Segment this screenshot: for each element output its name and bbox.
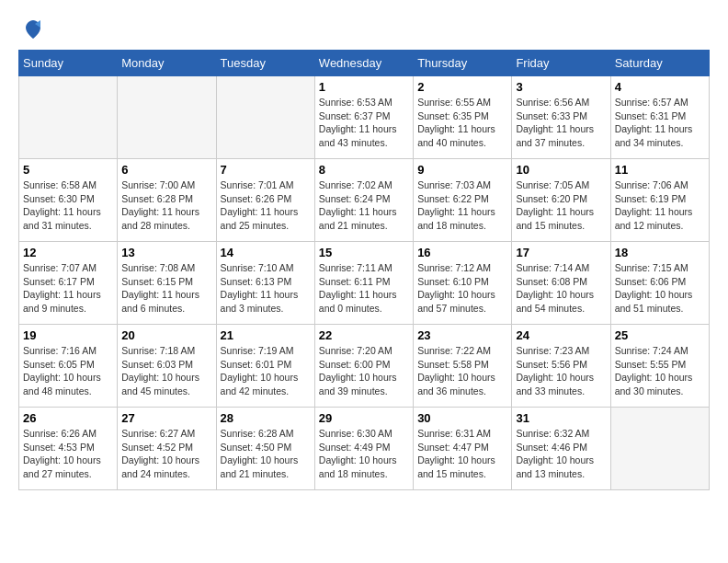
day-cell: 5Sunrise: 6:58 AM Sunset: 6:30 PM Daylig… — [19, 159, 118, 242]
day-cell: 6Sunrise: 7:00 AM Sunset: 6:28 PM Daylig… — [118, 159, 216, 242]
day-info: Sunrise: 7:03 AM Sunset: 6:22 PM Dayligh… — [417, 178, 507, 233]
day-info: Sunrise: 7:00 AM Sunset: 6:28 PM Dayligh… — [121, 178, 211, 233]
day-number: 31 — [516, 411, 606, 425]
day-info: Sunrise: 7:11 AM Sunset: 6:11 PM Dayligh… — [319, 261, 409, 316]
header-row: SundayMondayTuesdayWednesdayThursdayFrid… — [19, 51, 710, 76]
day-number: 22 — [319, 328, 409, 342]
day-number: 21 — [221, 328, 311, 342]
day-number: 16 — [417, 246, 507, 259]
day-cell: 11Sunrise: 7:06 AM Sunset: 6:19 PM Dayli… — [610, 159, 709, 242]
day-info: Sunrise: 6:27 AM Sunset: 4:52 PM Dayligh… — [121, 427, 211, 481]
header-wednesday: Wednesday — [314, 51, 413, 76]
day-number: 5 — [23, 163, 113, 177]
day-info: Sunrise: 7:10 AM Sunset: 6:13 PM Dayligh… — [221, 261, 311, 316]
header-friday: Friday — [512, 51, 610, 76]
day-info: Sunrise: 6:30 AM Sunset: 4:49 PM Dayligh… — [319, 427, 409, 481]
day-number: 25 — [615, 328, 705, 342]
day-info: Sunrise: 6:31 AM Sunset: 4:47 PM Dayligh… — [417, 427, 507, 481]
day-number: 12 — [23, 246, 113, 259]
day-number: 13 — [121, 246, 211, 259]
day-number: 18 — [615, 246, 705, 259]
day-cell: 2Sunrise: 6:55 AM Sunset: 6:35 PM Daylig… — [414, 76, 512, 159]
day-info: Sunrise: 7:16 AM Sunset: 6:05 PM Dayligh… — [23, 344, 113, 398]
day-info: Sunrise: 6:28 AM Sunset: 4:50 PM Dayligh… — [221, 427, 311, 481]
day-info: Sunrise: 6:53 AM Sunset: 6:37 PM Dayligh… — [319, 96, 409, 150]
day-number: 17 — [516, 246, 606, 259]
day-cell — [19, 76, 118, 159]
day-info: Sunrise: 6:55 AM Sunset: 6:35 PM Dayligh… — [417, 96, 507, 150]
day-info: Sunrise: 6:32 AM Sunset: 4:46 PM Dayligh… — [516, 427, 606, 481]
day-cell: 29Sunrise: 6:30 AM Sunset: 4:49 PM Dayli… — [314, 408, 413, 490]
day-info: Sunrise: 7:05 AM Sunset: 6:20 PM Dayligh… — [516, 178, 606, 233]
day-number: 2 — [417, 80, 507, 94]
day-info: Sunrise: 7:08 AM Sunset: 6:15 PM Dayligh… — [121, 261, 211, 316]
day-info: Sunrise: 7:07 AM Sunset: 6:17 PM Dayligh… — [23, 261, 113, 316]
day-info: Sunrise: 7:20 AM Sunset: 6:00 PM Dayligh… — [319, 344, 409, 398]
day-number: 29 — [319, 411, 409, 425]
day-number: 4 — [615, 80, 705, 94]
day-cell: 31Sunrise: 6:32 AM Sunset: 4:46 PM Dayli… — [512, 408, 610, 490]
day-info: Sunrise: 7:15 AM Sunset: 6:06 PM Dayligh… — [615, 261, 705, 316]
day-info: Sunrise: 7:19 AM Sunset: 6:01 PM Dayligh… — [221, 344, 311, 398]
week-row-1: 1Sunrise: 6:53 AM Sunset: 6:37 PM Daylig… — [19, 76, 710, 159]
day-info: Sunrise: 7:22 AM Sunset: 5:58 PM Dayligh… — [417, 344, 507, 398]
day-number: 28 — [221, 411, 311, 425]
day-cell: 4Sunrise: 6:57 AM Sunset: 6:31 PM Daylig… — [610, 76, 709, 159]
header-saturday: Saturday — [610, 51, 709, 76]
day-info: Sunrise: 7:24 AM Sunset: 5:55 PM Dayligh… — [615, 344, 705, 398]
header-thursday: Thursday — [414, 51, 512, 76]
day-info: Sunrise: 7:14 AM Sunset: 6:08 PM Dayligh… — [516, 261, 606, 316]
day-cell: 16Sunrise: 7:12 AM Sunset: 6:10 PM Dayli… — [414, 242, 512, 325]
day-cell: 19Sunrise: 7:16 AM Sunset: 6:05 PM Dayli… — [19, 325, 118, 408]
day-number: 11 — [615, 163, 705, 177]
day-cell: 10Sunrise: 7:05 AM Sunset: 6:20 PM Dayli… — [512, 159, 610, 242]
day-cell: 27Sunrise: 6:27 AM Sunset: 4:52 PM Dayli… — [118, 408, 216, 490]
day-info: Sunrise: 7:06 AM Sunset: 6:19 PM Dayligh… — [615, 178, 705, 233]
day-number: 9 — [417, 163, 507, 177]
day-cell: 18Sunrise: 7:15 AM Sunset: 6:06 PM Dayli… — [610, 242, 709, 325]
day-number: 7 — [221, 163, 311, 177]
day-cell: 14Sunrise: 7:10 AM Sunset: 6:13 PM Dayli… — [216, 242, 314, 325]
day-cell: 13Sunrise: 7:08 AM Sunset: 6:15 PM Dayli… — [118, 242, 216, 325]
day-cell — [216, 76, 314, 159]
day-cell: 24Sunrise: 7:23 AM Sunset: 5:56 PM Dayli… — [512, 325, 610, 408]
day-cell: 1Sunrise: 6:53 AM Sunset: 6:37 PM Daylig… — [314, 76, 413, 159]
day-number: 1 — [319, 80, 409, 94]
day-cell: 23Sunrise: 7:22 AM Sunset: 5:58 PM Dayli… — [414, 325, 512, 408]
day-number: 26 — [23, 411, 113, 425]
day-cell: 22Sunrise: 7:20 AM Sunset: 6:00 PM Dayli… — [314, 325, 413, 408]
day-info: Sunrise: 6:26 AM Sunset: 4:53 PM Dayligh… — [23, 427, 113, 481]
day-cell: 8Sunrise: 7:02 AM Sunset: 6:24 PM Daylig… — [314, 159, 413, 242]
day-number: 8 — [319, 163, 409, 177]
day-info: Sunrise: 7:01 AM Sunset: 6:26 PM Dayligh… — [221, 178, 311, 233]
day-info: Sunrise: 7:18 AM Sunset: 6:03 PM Dayligh… — [121, 344, 211, 398]
day-info: Sunrise: 6:58 AM Sunset: 6:30 PM Dayligh… — [23, 178, 113, 233]
day-cell: 3Sunrise: 6:56 AM Sunset: 6:33 PM Daylig… — [512, 76, 610, 159]
day-number: 3 — [516, 80, 606, 94]
day-number: 27 — [121, 411, 211, 425]
header-monday: Monday — [118, 51, 216, 76]
day-number: 19 — [23, 328, 113, 342]
day-number: 20 — [121, 328, 211, 342]
day-number: 6 — [121, 163, 211, 177]
day-info: Sunrise: 6:57 AM Sunset: 6:31 PM Dayligh… — [615, 96, 705, 150]
day-cell: 20Sunrise: 7:18 AM Sunset: 6:03 PM Dayli… — [118, 325, 216, 408]
week-row-3: 12Sunrise: 7:07 AM Sunset: 6:17 PM Dayli… — [19, 242, 710, 325]
week-row-4: 19Sunrise: 7:16 AM Sunset: 6:05 PM Dayli… — [19, 325, 710, 408]
week-row-5: 26Sunrise: 6:26 AM Sunset: 4:53 PM Dayli… — [19, 408, 710, 490]
day-cell — [118, 76, 216, 159]
day-cell: 9Sunrise: 7:03 AM Sunset: 6:22 PM Daylig… — [414, 159, 512, 242]
page-header — [18, 18, 710, 40]
day-cell: 7Sunrise: 7:01 AM Sunset: 6:26 PM Daylig… — [216, 159, 314, 242]
day-cell: 28Sunrise: 6:28 AM Sunset: 4:50 PM Dayli… — [216, 408, 314, 490]
day-cell: 15Sunrise: 7:11 AM Sunset: 6:11 PM Dayli… — [314, 242, 413, 325]
day-cell — [610, 408, 709, 490]
day-cell: 26Sunrise: 6:26 AM Sunset: 4:53 PM Dayli… — [19, 408, 118, 490]
day-number: 23 — [417, 328, 507, 342]
day-cell: 30Sunrise: 6:31 AM Sunset: 4:47 PM Dayli… — [414, 408, 512, 490]
header-tuesday: Tuesday — [216, 51, 314, 76]
logo-icon — [22, 18, 44, 40]
day-cell: 12Sunrise: 7:07 AM Sunset: 6:17 PM Dayli… — [19, 242, 118, 325]
week-row-2: 5Sunrise: 6:58 AM Sunset: 6:30 PM Daylig… — [19, 159, 710, 242]
calendar: SundayMondayTuesdayWednesdayThursdayFrid… — [18, 50, 710, 490]
